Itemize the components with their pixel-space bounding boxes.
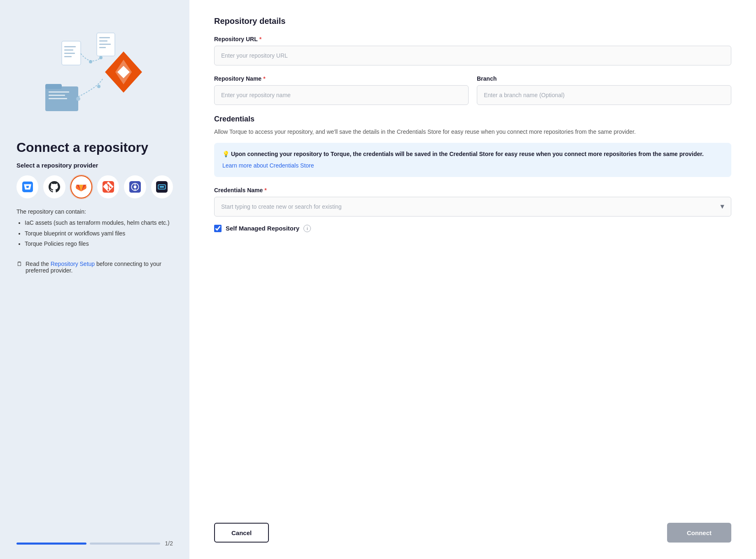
right-panel: Repository details Repository URL * Repo… <box>189 0 756 559</box>
svg-point-17 <box>99 56 103 59</box>
name-input[interactable] <box>214 85 469 105</box>
page-title: Connect a repository <box>16 140 173 155</box>
list-item: IaC assets (such as terraform modules, h… <box>25 219 173 227</box>
provider-gitlab[interactable] <box>70 175 92 198</box>
svg-point-26 <box>133 186 136 189</box>
url-input[interactable] <box>214 46 731 65</box>
svg-rect-8 <box>64 49 73 51</box>
self-managed-row: Self Managed Repository i <box>214 225 731 232</box>
illustration <box>16 16 173 132</box>
branch-field-section: Branch <box>477 75 731 105</box>
info-box: 💡 Upon connecting your repository to Tor… <box>214 143 731 177</box>
select-provider-label: Select a repository provider <box>16 162 173 169</box>
credentials-name-select[interactable]: Start typing to create new or search for… <box>214 197 731 217</box>
cred-name-required: * <box>264 187 266 193</box>
name-branch-row: Repository Name * Branch <box>214 75 731 105</box>
list-item: Torque Policies rego files <box>25 240 173 248</box>
branch-label: Branch <box>477 75 731 82</box>
credentials-section: Credentials Allow Torque to access your … <box>214 115 731 232</box>
name-label: Repository Name * <box>214 75 469 82</box>
provider-codecommit[interactable] <box>124 175 146 198</box>
self-managed-checkbox[interactable] <box>214 225 222 232</box>
read-setup-text: Read the <box>26 261 51 267</box>
name-field-section: Repository Name * <box>214 75 469 105</box>
svg-rect-4 <box>49 98 67 99</box>
credentials-title: Credentials <box>214 115 731 123</box>
credentials-name-wrapper: Start typing to create new or search for… <box>214 197 731 217</box>
section-title: Repository details <box>214 16 731 26</box>
progress-bars <box>16 543 160 545</box>
self-managed-label: Self Managed Repository <box>226 225 299 232</box>
provider-github[interactable] <box>43 175 65 198</box>
progress-bar-step2 <box>90 543 160 545</box>
repo-can-contain-label: The repository can contain: <box>16 208 173 215</box>
svg-rect-2 <box>49 91 69 93</box>
svg-point-5 <box>76 97 80 101</box>
svg-rect-7 <box>64 46 76 47</box>
name-required: * <box>263 75 265 82</box>
svg-rect-14 <box>99 44 111 45</box>
connect-button[interactable]: Connect <box>667 523 731 543</box>
url-required: * <box>259 36 261 42</box>
url-label: Repository URL * <box>214 36 731 42</box>
bottom-buttons: Cancel Connect <box>214 506 731 543</box>
learn-more-link[interactable]: Learn more about Credentials Store <box>222 161 723 170</box>
left-panel: Connect a repository Select a repository… <box>0 0 189 559</box>
info-box-text: Upon connecting your repository to Torqu… <box>231 151 704 157</box>
bulb-icon: 💡 <box>222 151 229 157</box>
list-item: Torque blueprint or workflows yaml files <box>25 230 173 238</box>
svg-point-16 <box>89 60 92 63</box>
self-managed-info-icon[interactable]: i <box>303 225 311 232</box>
svg-point-18 <box>97 85 100 88</box>
svg-rect-12 <box>99 37 110 38</box>
svg-rect-22 <box>22 182 33 192</box>
repository-setup-link[interactable]: Repository Setup <box>51 261 95 267</box>
svg-rect-1 <box>45 84 62 89</box>
provider-bitbucket[interactable] <box>16 175 38 198</box>
repo-items-list: IaC assets (such as terraform modules, h… <box>16 219 173 251</box>
progress-label: 1/2 <box>165 540 173 547</box>
provider-icons-row <box>16 175 173 198</box>
provider-git[interactable] <box>97 175 119 198</box>
document-icon: 🗒 <box>16 261 22 267</box>
progress-section: 1/2 <box>16 540 173 547</box>
cancel-button[interactable]: Cancel <box>214 523 269 543</box>
provider-codeconnection[interactable] <box>151 175 173 198</box>
svg-rect-13 <box>99 40 107 42</box>
svg-rect-15 <box>99 47 106 48</box>
read-setup-section: 🗒 Read the Repository Setup before conne… <box>16 261 173 274</box>
credentials-name-label: Credentials Name * <box>214 187 731 193</box>
progress-bar-step1 <box>16 543 86 545</box>
svg-rect-31 <box>160 186 164 188</box>
svg-rect-10 <box>64 56 72 57</box>
url-field-section: Repository URL * <box>214 36 731 65</box>
credentials-description: Allow Torque to access your repository, … <box>214 128 731 136</box>
svg-rect-3 <box>49 95 65 96</box>
svg-rect-9 <box>64 53 75 54</box>
branch-input[interactable] <box>477 85 731 105</box>
